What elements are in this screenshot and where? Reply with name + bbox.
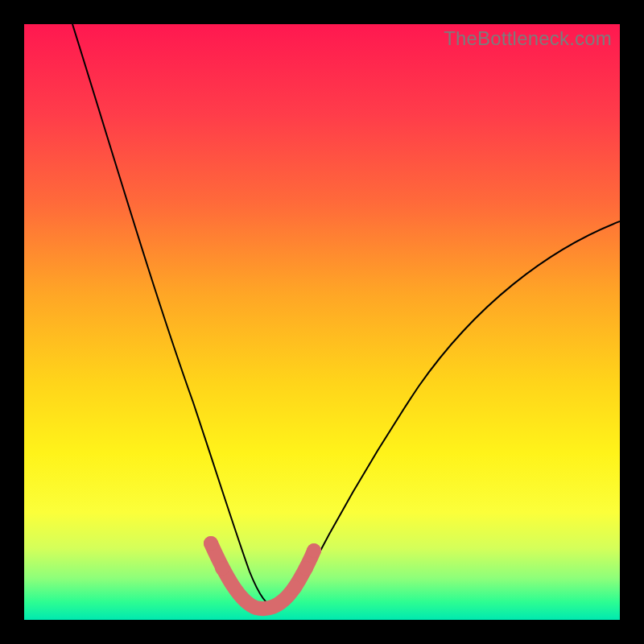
marker-dot (204, 536, 218, 551)
plot-area: TheBottleneck.com (24, 24, 620, 620)
marker-dot (299, 561, 313, 576)
chart-stage: TheBottleneck.com (0, 0, 644, 644)
optimal-range-band (211, 543, 314, 609)
bottleneck-curve (24, 24, 620, 620)
marker-dot (215, 561, 229, 576)
curve-path (72, 24, 620, 609)
marker-dot (287, 580, 302, 595)
marker-dot (307, 543, 321, 558)
